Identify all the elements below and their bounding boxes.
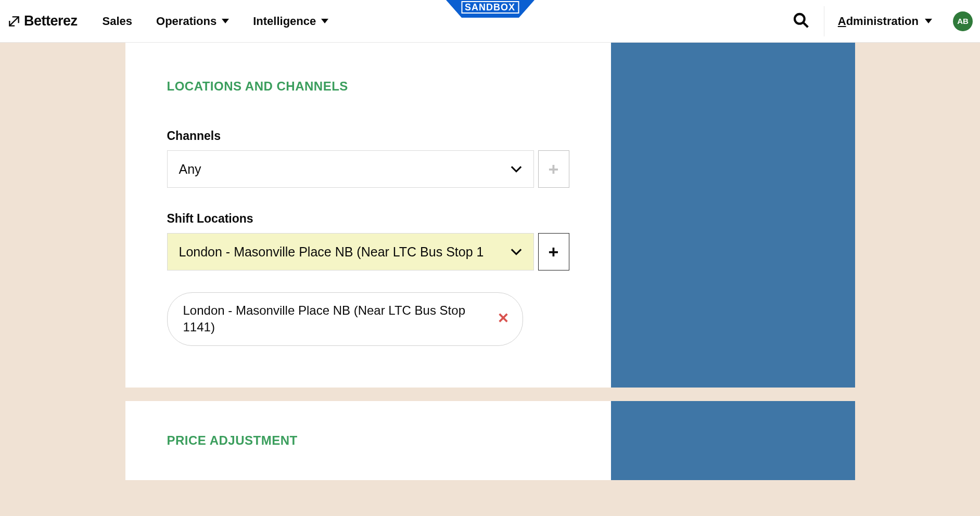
sandbox-text: SANDBOX [461,1,519,14]
chevron-down-icon [925,19,932,23]
channels-selected-value: Any [179,162,201,177]
shift-locations-select[interactable]: London - Masonville Place NB (Near LTC B… [167,233,534,270]
search-icon [793,12,809,29]
plus-icon: + [549,243,559,261]
svg-point-1 [795,14,805,24]
card-side-panel [611,43,855,388]
nav-administration[interactable]: Administration [824,15,946,28]
page-body: LOCATIONS AND CHANNELS Channels Any + Sh… [0,43,980,480]
shift-locations-selected-value: London - Masonville Place NB (Near LTC B… [179,244,484,260]
card-side-panel [611,401,855,480]
avatar-initials: AB [957,17,969,25]
nav-intelligence-label: Intelligence [253,15,316,28]
sandbox-banner: SANDBOX [446,0,534,18]
add-channel-button[interactable]: + [538,150,569,188]
chevron-down-icon [511,165,522,173]
locations-channels-card: LOCATIONS AND CHANNELS Channels Any + Sh… [125,43,855,388]
chevron-down-icon [511,248,522,255]
section-title-price: PRICE ADJUSTMENT [167,433,569,448]
search-button[interactable] [778,12,824,31]
avatar[interactable]: AB [953,11,973,31]
remove-location-button[interactable] [498,312,509,326]
channels-select[interactable]: Any [167,150,534,188]
brand-logo[interactable]: Betterez [7,13,78,29]
brand-name: Betterez [24,13,78,29]
chip-text: London - Masonville Place NB (Near LTC B… [183,302,487,336]
nav-sales[interactable]: Sales [103,15,133,28]
channels-label: Channels [167,129,569,143]
nav-operations-label: Operations [156,15,217,28]
nav-intelligence[interactable]: Intelligence [253,15,328,28]
selected-location-chip: London - Masonville Place NB (Near LTC B… [167,292,523,346]
plus-icon: + [549,160,559,178]
logo-arrow-icon [7,15,21,28]
top-navbar: Betterez Sales Operations Intelligence S… [0,0,980,43]
nav-operations[interactable]: Operations [156,15,229,28]
shift-locations-label: Shift Locations [167,212,569,226]
topbar-right: Administration AB [778,0,980,42]
main-nav: Sales Operations Intelligence [103,15,329,28]
chevron-down-icon [222,19,229,23]
price-adjustment-card: PRICE ADJUSTMENT [125,401,855,480]
close-icon [498,312,509,324]
section-title-locations: LOCATIONS AND CHANNELS [167,79,569,94]
add-shift-location-button[interactable]: + [538,233,569,270]
nav-sales-label: Sales [103,15,133,28]
chevron-down-icon [321,19,328,23]
nav-administration-label: Administration [838,15,919,28]
